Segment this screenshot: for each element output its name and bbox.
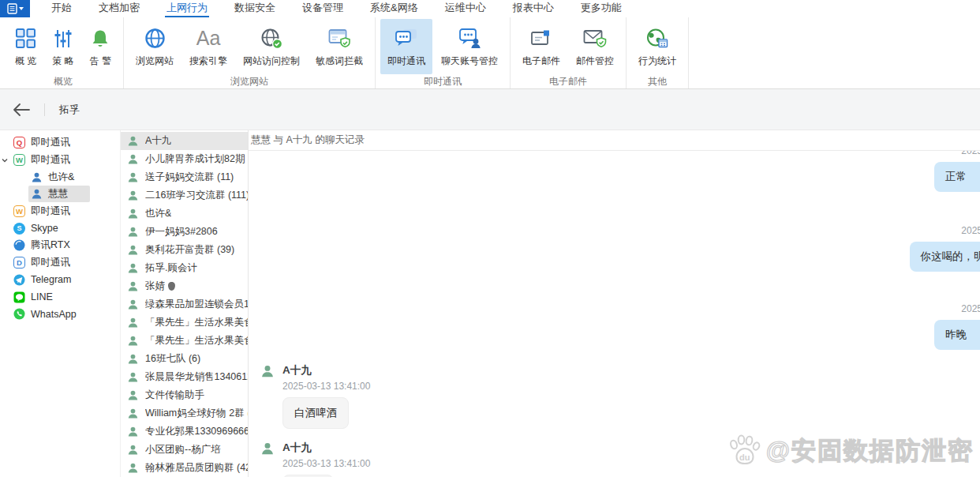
person-blue-holder <box>31 171 43 183</box>
menu-tab-8[interactable]: 更多功能 <box>579 0 623 17</box>
person-icon <box>127 426 139 438</box>
contact-label: 二16班学习交流群 (111) <box>145 189 248 202</box>
contact-label: 16班七队 (6) <box>145 352 200 366</box>
contact-item-2[interactable]: 送子妈妈交流群 (11) <box>121 168 248 186</box>
divider <box>44 103 45 116</box>
envelope-shield-icon <box>583 25 607 52</box>
contact-item-10[interactable]: 「果先生」生活水果美食3... <box>121 314 248 332</box>
skype-icon: S <box>13 223 25 235</box>
contact-item-0[interactable]: A十九 <box>121 132 248 150</box>
sidebar-item-9[interactable]: LINE <box>0 288 120 306</box>
message-body: A十九2025-03-13 13:41:00[裂开] <box>282 440 370 477</box>
globe-stats-icon <box>646 25 668 52</box>
person-icon <box>127 244 139 256</box>
person-icon <box>127 408 139 419</box>
ribbon-button-overview-grid[interactable]: 概 览 <box>8 19 43 74</box>
menu-tab-6[interactable]: 运维中心 <box>443 0 488 17</box>
menu-tab-2[interactable]: 上网行为 <box>165 0 209 17</box>
contact-item-8[interactable]: 张婧 <box>121 277 248 295</box>
ribbon-button-envelope-shield[interactable]: 邮件管控 <box>569 19 621 74</box>
sidebar-item-body: W即时通讯 <box>11 152 73 168</box>
message-body: A十九2025-03-13 13:41:00白酒啤酒 <box>282 362 370 429</box>
sidebar-item-1[interactable]: W即时通讯 <box>0 152 120 169</box>
contact-item-5[interactable]: 伊一妈妈3#2806 <box>121 223 248 241</box>
ribbon-button-chat-account[interactable]: 聊天账号管控 <box>434 19 505 74</box>
sidebar-item-8[interactable]: Telegram <box>0 272 120 289</box>
qq-icon: Q <box>13 137 25 148</box>
contact-item-14[interactable]: 文件传输助手 <box>121 386 248 404</box>
person-green-holder <box>127 190 139 201</box>
ribbon-button-window-shield[interactable]: 敏感词拦截 <box>309 19 370 74</box>
ribbon-button-chat-bubbles[interactable]: 即时通讯 <box>380 19 432 74</box>
contact-item-16[interactable]: 专业化郭果13309696668 <box>121 423 248 441</box>
wecom-icon: W <box>13 205 25 217</box>
sidebar-item-0[interactable]: Q即时通讯 <box>0 134 120 152</box>
contact-item-4[interactable]: 也许& <box>121 205 248 223</box>
menu-tab-1[interactable]: 文档加密 <box>97 0 141 17</box>
contact-item-9[interactable]: 绿森果品加盟连锁会员13... <box>121 295 248 314</box>
menu-tab-3[interactable]: 数据安全 <box>233 0 277 17</box>
chat-message-outgoing: 2025-正常 <box>260 151 980 192</box>
ribbon-button-search-aa[interactable]: Aa搜索引擎 <box>182 19 234 74</box>
contact-item-15[interactable]: William妈全球好物 2群 (5... <box>121 404 248 423</box>
ribbon-button-envelope[interactable]: 电子邮件 <box>515 19 567 74</box>
sidebar-item-label: 即时通讯 <box>31 256 70 269</box>
ribbon-group-0: 概 览策 略告 警概览 <box>3 17 124 88</box>
ribbon-button-globe-check[interactable]: 网站访问控制 <box>236 19 307 74</box>
sender-name: A十九 <box>282 362 370 377</box>
whatsapp-holder <box>13 308 25 320</box>
contact-label: 专业化郭果13309696668 <box>145 425 248 438</box>
person-green-holder <box>127 208 139 220</box>
person-icon <box>127 389 139 401</box>
wecom-holder: W <box>13 205 25 217</box>
contact-item-1[interactable]: 小儿脾胃养成计划82期 (120) <box>121 150 248 168</box>
back-button[interactable] <box>13 103 30 116</box>
person-icon <box>127 299 139 310</box>
app-menu-button[interactable] <box>0 0 30 17</box>
sidebar-item-4[interactable]: W即时通讯 <box>0 203 120 220</box>
ribbon-button-label: 搜索引擎 <box>189 54 227 68</box>
contact-item-3[interactable]: 二16班学习交流群 (111) <box>121 186 248 205</box>
sidebar-item-2[interactable]: 也许& <box>0 168 120 186</box>
ribbon-button-policy-sliders[interactable]: 策 略 <box>45 19 80 74</box>
menu-tab-7[interactable]: 报表中心 <box>511 0 555 17</box>
ribbon-button-globe[interactable]: 浏览网站 <box>129 19 181 74</box>
globe-check-icon <box>260 25 282 52</box>
ribbon-group-2: 即时通讯聊天账号管控即时通讯 <box>376 17 511 88</box>
contact-item-7[interactable]: 拓孚.顾会计 <box>121 259 248 277</box>
contact-label: 绿森果品加盟连锁会员13... <box>145 298 248 311</box>
expander[interactable] <box>1 156 11 164</box>
menu-tab-0[interactable]: 开始 <box>50 0 73 17</box>
back-arrow-icon <box>13 103 30 116</box>
contact-label: 奥利花开富贵群 (39) <box>145 243 234 257</box>
contact-item-13[interactable]: 张晨晨华龙销售13406127... <box>121 368 248 386</box>
contact-label: A十九 <box>145 134 171 148</box>
menu-tab-5[interactable]: 系统&网络 <box>368 0 420 17</box>
person-green-holder <box>127 408 139 419</box>
person-green-holder <box>127 280 139 292</box>
sidebar-item-5[interactable]: SSkype <box>0 220 120 237</box>
line-holder <box>13 291 25 303</box>
ribbon-button-alert-bell[interactable]: 告 警 <box>83 19 118 74</box>
ribbon-toolbar: 概 览策 略告 警概览浏览网站Aa搜索引擎网站访问控制敏感词拦截浏览网站即时通讯… <box>0 17 980 89</box>
ribbon-button-label: 电子邮件 <box>522 54 560 68</box>
contact-item-12[interactable]: 16班七队 (6) <box>121 350 248 368</box>
sidebar-item-3[interactable]: 慧慧 <box>0 186 120 203</box>
sidebar-item-body: WhatsApp <box>11 306 80 321</box>
qq-holder: Q <box>13 137 25 148</box>
person-icon <box>127 353 139 365</box>
menubar: 开始文档加密上网行为数据安全设备管理系统&网络运维中心报表中心更多功能 <box>0 0 980 17</box>
sidebar-item-7[interactable]: D即时通讯 <box>0 254 120 272</box>
menu-tab-4[interactable]: 设备管理 <box>301 0 345 17</box>
subheader: 拓孚 <box>0 89 980 130</box>
sidebar-item-6[interactable]: 腾讯RTX <box>0 237 120 254</box>
contact-item-18[interactable]: 翰林雅居品质团购群 (420) <box>121 459 248 477</box>
sidebar-item-10[interactable]: WhatsApp <box>0 306 120 323</box>
ribbon-group-label: 其他 <box>630 75 684 88</box>
policy-sliders-icon <box>53 25 73 52</box>
ribbon-button-globe-stats[interactable]: 行为统计 <box>631 19 683 74</box>
contact-item-6[interactable]: 奥利花开富贵群 (39) <box>121 241 248 259</box>
contact-item-17[interactable]: 小区团购--杨广培 <box>121 441 248 459</box>
ribbon-group-label: 电子邮件 <box>514 75 622 88</box>
contact-item-11[interactable]: 「果先生」生活水果美食3... <box>121 332 248 350</box>
